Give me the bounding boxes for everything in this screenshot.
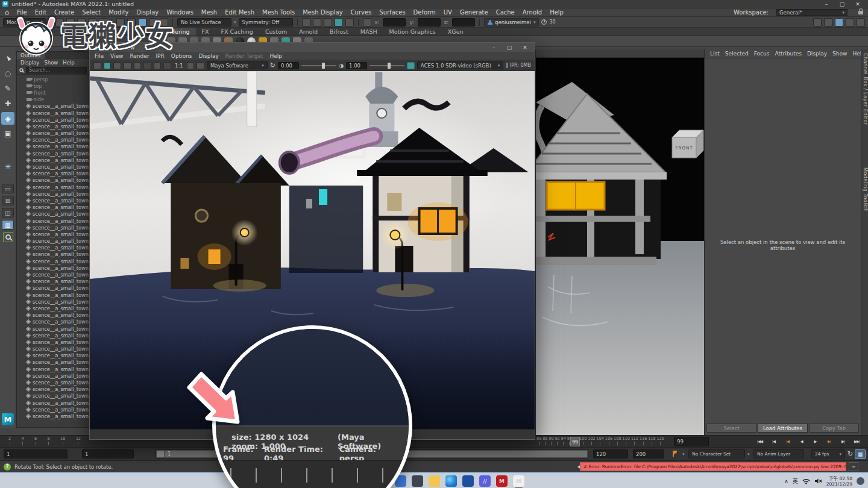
close-button[interactable]: ✕ xyxy=(850,0,866,8)
range-handle-left[interactable] xyxy=(157,451,164,457)
sidebar-toggle-icon-3[interactable] xyxy=(835,18,843,27)
outliner-object-row[interactable]: scence__a_small_town:group2 xyxy=(17,413,89,419)
playback-button[interactable]: ◀ xyxy=(795,437,808,446)
taskbar-app-icon[interactable] xyxy=(412,475,423,487)
taskbar-app-icon[interactable] xyxy=(429,475,440,487)
save-image-icon[interactable] xyxy=(187,62,195,69)
outliner-object-row[interactable]: scence__a_small_town:group2 xyxy=(17,332,89,339)
render-view-maximize[interactable]: ▢ xyxy=(503,43,516,51)
outliner-object-row[interactable]: scence__a_small_town:group2 xyxy=(17,366,89,372)
color-management-icon[interactable] xyxy=(407,62,415,69)
render-icon[interactable] xyxy=(302,18,310,27)
taskbar-app-icon[interactable]: // xyxy=(479,475,491,487)
outliner-object-row[interactable]: scence__a_small_town:group2 xyxy=(17,312,89,319)
undo-icon[interactable] xyxy=(88,18,96,27)
outliner-object-row[interactable]: scence__a_small_town:pCylind xyxy=(17,170,89,177)
outliner-object-row[interactable]: scence__a_small_town:group2 xyxy=(17,386,89,393)
playback-end-field[interactable]: 120 xyxy=(593,449,628,458)
menu-item[interactable]: Deform xyxy=(414,9,436,16)
attribute-editor-button[interactable]: Copy Tab xyxy=(809,424,859,433)
outliner-object-row[interactable]: scence__a_small_town:group2 xyxy=(17,258,89,264)
menu-item[interactable]: Windows xyxy=(166,9,193,16)
outliner-object-row[interactable]: scence__a_small_town:pCylind xyxy=(17,184,89,190)
sidebar-toggle-icon-1[interactable] xyxy=(813,18,822,27)
attribute-editor-menu-item[interactable]: Selected xyxy=(725,51,749,57)
snap-plane-icon[interactable] xyxy=(160,18,168,27)
outliner-object-row[interactable]: scence__a_small_town:pHelix1 xyxy=(17,116,89,123)
render-view-menu-item[interactable]: IPR xyxy=(156,53,164,59)
render-view-menu-item[interactable]: File xyxy=(95,53,104,59)
menu-item[interactable]: Curves xyxy=(351,9,372,16)
outliner-object-row[interactable]: scence__a_small_town:group2 xyxy=(17,359,89,366)
outliner-camera-row[interactable]: side xyxy=(17,96,89,103)
outliner-object-row[interactable]: scence__a_small_town:group2 xyxy=(17,251,89,258)
menu-item[interactable]: Edit xyxy=(35,9,46,16)
shelf-tab[interactable]: Rendering xyxy=(154,28,196,36)
shelf-tab[interactable]: XGen xyxy=(442,28,470,36)
menu-item[interactable]: Create xyxy=(54,9,74,16)
outliner-camera-row[interactable]: persp xyxy=(17,76,89,83)
shelf-tab[interactable]: Motion Graphics xyxy=(383,28,442,36)
user-account-dropdown[interactable]: geniusmeimei▾ xyxy=(484,18,539,27)
outliner-object-row[interactable]: scence__a_small_town:pPipe8 xyxy=(17,211,89,217)
save-scene-icon[interactable] xyxy=(77,18,86,27)
outliner-object-row[interactable]: scence__a_small_town:group2 xyxy=(17,352,89,359)
playback-button[interactable]: |◀ xyxy=(781,437,794,446)
colorspace-dropdown[interactable]: ACES 1.0 SDR-video (sRGB)▾ xyxy=(417,61,503,69)
outliner-object-row[interactable]: scence__a_small_town:group2 xyxy=(17,305,89,311)
playback-button[interactable]: ▶ xyxy=(809,437,822,446)
outliner-object-row[interactable]: scence__a_small_town:pCylind xyxy=(17,143,89,150)
snapshot-icon[interactable] xyxy=(113,62,121,69)
menu-item[interactable]: UV xyxy=(444,9,452,16)
attribute-editor-menu-item[interactable]: Focus xyxy=(754,51,770,57)
outliner-object-row[interactable]: scence__a_small_town:group2 xyxy=(17,379,89,386)
taskbar-app-icon[interactable] xyxy=(462,475,474,487)
outliner-object-row[interactable]: scence__a_small_town:group2 xyxy=(17,399,89,406)
outliner-object-row[interactable]: scence__a_small_town:pCylind xyxy=(17,177,89,184)
ipr-update-icon[interactable] xyxy=(134,62,142,69)
shelf-tab[interactable]: MASH xyxy=(354,28,383,36)
attribute-editor-menu-item[interactable]: Show xyxy=(832,51,847,57)
outliner-object-row[interactable]: scence__a_small_town:group2 xyxy=(17,278,89,285)
anim-start-field[interactable]: 1 xyxy=(4,449,68,458)
render-view-menu-item[interactable]: Display xyxy=(199,53,219,59)
live-surface-caret[interactable]: ▾ xyxy=(234,20,236,25)
taskbar-app-icon[interactable]: M xyxy=(513,475,524,487)
select-tool[interactable]: ► xyxy=(1,52,14,64)
playback-button[interactable]: |◀ xyxy=(767,437,780,446)
sidebar-toggle-icon-2[interactable] xyxy=(824,18,832,27)
anim-end-field[interactable]: 200 xyxy=(633,449,664,458)
live-surface-dropdown[interactable]: No Live Surface xyxy=(177,18,231,27)
minimize-button[interactable]: – xyxy=(819,0,834,8)
menu-item[interactable]: Generate xyxy=(460,9,488,16)
y-field[interactable] xyxy=(418,18,441,27)
animation-preferences-icon[interactable]: ▦ xyxy=(855,449,866,459)
taskbar-app-icon[interactable]: M xyxy=(496,475,508,487)
render-icon[interactable] xyxy=(93,62,101,69)
character-set-caret[interactable]: ▾ xyxy=(682,452,685,457)
outliner-object-row[interactable]: scence__a_small_town:group2 xyxy=(17,406,89,413)
outliner-object-row[interactable]: scence__a_small_town:group2 xyxy=(17,271,89,278)
render-view-titlebar[interactable]: Render View – ▢ ✕ xyxy=(90,43,535,52)
outliner-object-row[interactable]: scence__a_small_town:group2 xyxy=(17,292,89,298)
menu-item[interactable]: Select xyxy=(82,9,101,16)
outliner-object-row[interactable]: scence__a_small_town:group2 xyxy=(17,393,89,399)
menu-item[interactable]: Modify xyxy=(108,9,128,16)
outliner-menu-item[interactable]: Display xyxy=(20,60,39,66)
loop-icon[interactable]: ↻ xyxy=(848,450,853,458)
attribute-editor-menu-item[interactable]: Display xyxy=(807,51,827,57)
hypershade-search-button[interactable] xyxy=(3,232,13,242)
outliner-object-row[interactable]: scence__a_small_town:pSphere xyxy=(17,224,89,231)
playback-button[interactable]: ▶▶| xyxy=(851,437,863,446)
lasso-tool[interactable]: ◌ xyxy=(1,67,14,80)
refresh-icon[interactable]: ↻ xyxy=(270,61,275,69)
snap-grid-icon[interactable] xyxy=(127,18,136,27)
ipr-render-icon[interactable] xyxy=(313,18,321,27)
outliner-object-row[interactable]: scence__a_small_town:pCylind xyxy=(17,130,89,137)
redo-icon[interactable] xyxy=(99,18,107,27)
paused-icon[interactable] xyxy=(345,18,354,27)
shelf-tab[interactable]: Arnold xyxy=(293,28,324,36)
menu-item[interactable]: Arnold xyxy=(523,9,542,16)
exposure-field[interactable]: 0.00 xyxy=(278,62,299,69)
x-field[interactable] xyxy=(383,18,406,27)
